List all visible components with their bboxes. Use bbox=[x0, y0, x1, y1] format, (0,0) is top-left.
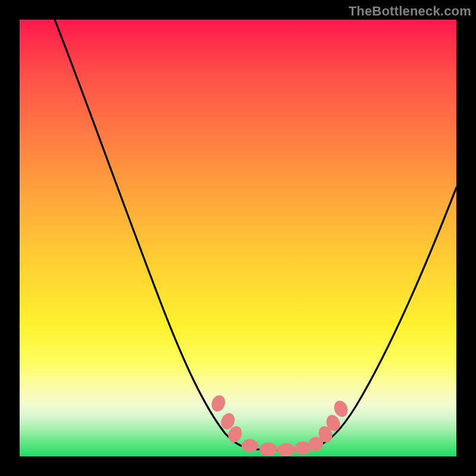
svg-point-3 bbox=[242, 439, 258, 452]
svg-point-4 bbox=[259, 443, 277, 456]
chart-frame: TheBottleneck.com bbox=[0, 0, 476, 476]
watermark-text: TheBottleneck.com bbox=[349, 4, 471, 19]
svg-point-5 bbox=[277, 443, 295, 456]
svg-point-6 bbox=[295, 441, 311, 455]
bottleneck-curve bbox=[55, 20, 456, 450]
minimum-marker-dots bbox=[209, 393, 350, 456]
svg-point-0 bbox=[209, 393, 227, 414]
chart-svg bbox=[20, 20, 456, 456]
